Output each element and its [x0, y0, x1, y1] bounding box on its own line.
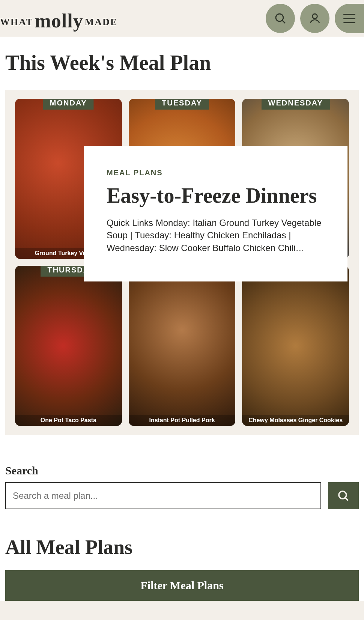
- day-tag: MONDAY: [43, 99, 94, 110]
- hero-overlay: MEAL PLANS Easy-to-Freeze Dinners Quick …: [84, 146, 347, 281]
- site-logo[interactable]: WHAT molly MADE: [0, 8, 117, 30]
- hero-card[interactable]: MONDAY Ground Turkey Vegetab TUESDAY WED…: [5, 90, 359, 435]
- day-tag: TUESDAY: [155, 99, 209, 110]
- page-title: This Week's Meal Plan: [5, 51, 359, 75]
- filter-meal-plans-button[interactable]: Filter Meal Plans: [5, 570, 359, 601]
- site-header: WHAT molly MADE: [0, 0, 364, 37]
- svg-point-3: [339, 491, 346, 499]
- account-button[interactable]: [300, 4, 329, 33]
- overlay-description: Quick Links Monday: Italian Ground Turke…: [107, 217, 326, 254]
- search-input[interactable]: [5, 482, 321, 509]
- svg-line-1: [282, 20, 285, 23]
- meal-caption: One Pot Taco Pasta: [15, 415, 122, 426]
- hamburger-icon: [343, 14, 355, 23]
- svg-line-4: [345, 498, 348, 501]
- logo-suffix: MADE: [85, 17, 117, 28]
- day-tag: WEDNESDAY: [262, 99, 330, 110]
- search-submit-button[interactable]: [328, 482, 359, 509]
- search-section: Search: [5, 464, 359, 509]
- menu-button[interactable]: [335, 4, 364, 33]
- overlay-category[interactable]: MEAL PLANS: [107, 169, 326, 177]
- all-meal-plans-title: All Meal Plans: [5, 536, 359, 559]
- search-icon: [274, 12, 287, 25]
- header-actions: [266, 4, 364, 33]
- logo-prefix: WHAT: [0, 17, 33, 28]
- meal-thursday: THURSDA One Pot Taco Pasta: [15, 266, 122, 426]
- overlay-title[interactable]: Easy-to-Freeze Dinners: [107, 185, 326, 207]
- meal-caption: Instant Pot Pulled Pork: [129, 415, 236, 426]
- meal-saturday: Chewy Molasses Ginger Cookies: [242, 266, 349, 426]
- header-search-button[interactable]: [266, 4, 295, 33]
- meal-caption: Chewy Molasses Ginger Cookies: [242, 415, 349, 426]
- search-icon: [337, 489, 350, 502]
- main-content: This Week's Meal Plan MONDAY Ground Turk…: [0, 37, 364, 601]
- logo-brand: molly: [35, 10, 83, 32]
- svg-point-0: [276, 14, 283, 21]
- search-row: [5, 482, 359, 509]
- meal-friday: Instant Pot Pulled Pork: [129, 266, 236, 426]
- user-icon: [308, 12, 321, 25]
- svg-point-2: [313, 14, 317, 19]
- search-label: Search: [5, 464, 359, 477]
